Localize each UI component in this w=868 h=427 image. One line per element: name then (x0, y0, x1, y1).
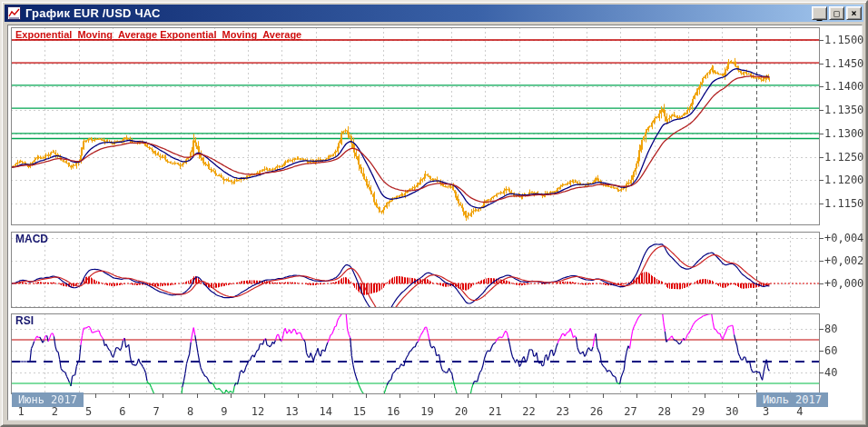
ema-legend-1: Exponential_Moving_Average (15, 29, 157, 40)
close-button[interactable]: × (846, 6, 862, 20)
chart-window: { "window": { "title": "График EUR /USD … (0, 0, 868, 427)
window-title: График EUR /USD ЧАС (25, 6, 161, 20)
chart-icon[interactable] (7, 6, 21, 20)
ema-legend: Exponential_Moving_Average Exponential_M… (15, 29, 301, 40)
macd-panel-label: MACD (15, 233, 48, 245)
price-chart-canvas[interactable] (0, 0, 868, 427)
title-bar[interactable]: График EUR /USD ЧАС _ □ × (5, 5, 863, 22)
month-label-july: Июль 2017 (756, 392, 828, 407)
month-label-june: Июнь 2017 (12, 392, 84, 407)
maximize-button[interactable]: □ (829, 6, 844, 20)
rsi-panel-label: RSI (15, 314, 34, 327)
ema-legend-2: Exponential_Moving_Average (160, 29, 301, 40)
minimize-button[interactable]: _ (812, 6, 827, 20)
